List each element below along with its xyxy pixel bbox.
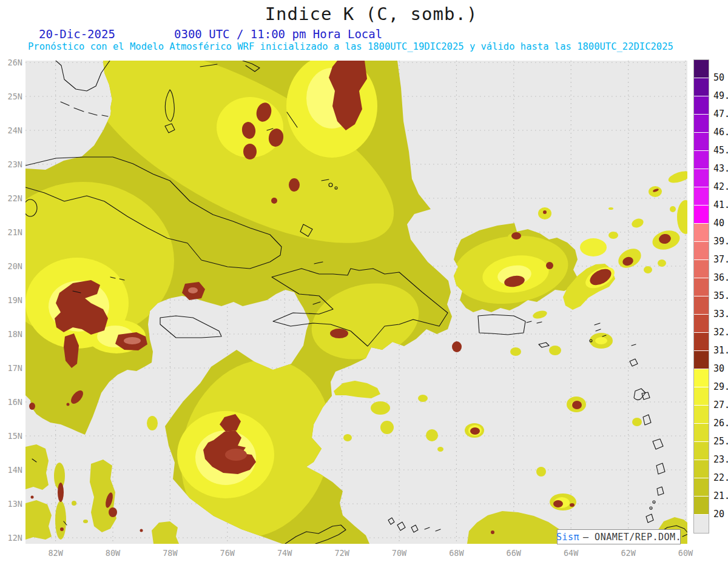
lat-tick-label: 16N [0, 397, 22, 407]
attribution-box: Sisπ – ONAMET/REP.DOM. [557, 529, 681, 544]
colorbar-segment [694, 96, 709, 115]
colorbar-tick-label: 45.2 [713, 145, 728, 156]
colorbar-segment [694, 351, 709, 369]
lat-tick-label: 15N [0, 431, 22, 441]
chart-title: Indice K (C, somb.) [265, 4, 478, 24]
lon-tick-label: 64W [564, 548, 578, 558]
colorbar-segment [694, 442, 709, 460]
weather-map-page: { "header": { "title": "Indice K (C, som… [0, 0, 728, 562]
colorbar-tick-label: 23.9 [713, 454, 728, 465]
colorbar-segment [694, 187, 709, 206]
lat-tick-label: 20N [0, 261, 22, 271]
colorbar-segment [694, 296, 709, 315]
colorbar-segment [694, 78, 709, 96]
colorbar-segment [694, 260, 709, 278]
lat-tick-label: 22N [0, 193, 22, 203]
forecast-date: 20-Dic-2025 [39, 27, 115, 41]
colorbar-segment [694, 333, 709, 351]
colorbar-tick-label: 30 [713, 363, 724, 374]
attribution-org: – ONAMET/REP.DOM. [583, 532, 681, 543]
lat-tick-label: 13N [0, 499, 22, 509]
coast-virgin-islands [527, 321, 549, 347]
colorbar-segment [694, 133, 709, 151]
colorbar-segment [694, 169, 709, 187]
lat-tick-label: 18N [0, 329, 22, 339]
colorbar-segment [694, 460, 709, 478]
colorbar-tick-label: 33.9 [713, 309, 728, 319]
colorbar-tick-label: 25.2 [713, 436, 728, 447]
colorbar-tick-label: 26.5 [713, 418, 728, 429]
lat-tick-label: 21N [0, 227, 22, 237]
lon-tick-label: 62W [621, 548, 635, 558]
forecast-time: 0300 UTC / 11:00 pm Hora Local [174, 27, 382, 41]
colorbar-tick-label: 37.8 [713, 254, 728, 265]
coast-puerto-rico [478, 315, 525, 335]
lon-tick-label: 70W [392, 548, 406, 558]
colorbar-segment [694, 478, 709, 497]
map-area [25, 61, 687, 544]
colorbar-segment [694, 224, 709, 242]
lon-tick-label: 74W [277, 548, 292, 558]
colorbar-tick-label: 29.1 [713, 381, 728, 392]
coast-florida [56, 61, 110, 91]
coast-abc-islands [388, 518, 440, 532]
attribution-brand: Sisπ [556, 532, 579, 543]
colorbar-tick-label: 27.8 [713, 400, 728, 410]
lon-tick-label: 66W [507, 548, 521, 558]
colorbar-segment [694, 369, 709, 387]
lon-tick-label: 72W [334, 548, 349, 558]
colorbar-tick-label: 40 [713, 218, 724, 229]
colorbar-tick-label: 43.9 [713, 163, 728, 174]
lat-tick-label: 25N [0, 92, 22, 101]
colorbar-segment [694, 315, 709, 333]
colorbar-tick-label: 21.3 [713, 490, 728, 501]
contour-strips-southwest [25, 444, 179, 544]
colorbar-tick-label: 49.1 [713, 90, 728, 101]
coast-florida-keys [61, 102, 108, 116]
coast-jamaica [160, 316, 221, 338]
colorbar-segment [694, 151, 709, 169]
colorbar-segment [694, 424, 709, 442]
lon-tick-label: 78W [163, 548, 177, 558]
lat-tick-label: 26N [0, 58, 22, 67]
contour-map-svg [25, 61, 687, 544]
colorbar-tick-label: 47.8 [713, 109, 728, 119]
lon-tick-label: 76W [220, 548, 235, 558]
colorbar-segment [694, 497, 709, 515]
colorbar-segment [694, 278, 709, 296]
model-info-line: Pronóstico con el Modelo Atmosférico WRF… [28, 41, 673, 52]
lat-tick-label: 24N [0, 125, 22, 135]
colorbar-segment [694, 206, 709, 224]
lon-tick-label: 82W [48, 548, 62, 558]
colorbar-tick-label: 46.5 [713, 127, 728, 138]
colorbar-tick-label: 20 [713, 509, 724, 520]
colorbar-segment [694, 387, 709, 406]
contour-fill-layer [25, 61, 687, 544]
colorbar-tick-label: 39.1 [713, 236, 728, 247]
lon-tick-label: 68W [449, 548, 463, 558]
lat-tick-label: 12N [0, 533, 22, 543]
colorbar-segment [694, 515, 709, 533]
colorbar-tick-label: 36.5 [713, 272, 728, 283]
colorbar-tick-label: 35.2 [713, 290, 728, 301]
colorbar-tick-label: 42.6 [713, 181, 728, 192]
colorbar-tick-label: 31.3 [713, 345, 728, 356]
lat-tick-label: 19N [0, 295, 22, 305]
colorbar-segment [694, 115, 709, 133]
colorbar-tick-label: 50 [713, 72, 724, 83]
colorbar-segment [694, 406, 709, 424]
lat-tick-label: 17N [0, 363, 22, 373]
colorbar [693, 59, 709, 534]
colorbar-tick-label: 41.3 [713, 199, 728, 210]
colorbar-segment [694, 242, 709, 260]
lon-tick-label: 80W [106, 548, 120, 558]
colorbar-tick-label: 22.6 [713, 472, 728, 483]
colorbar-tick-label: 32.6 [713, 327, 728, 338]
lon-tick-label: 60W [678, 548, 693, 558]
lat-tick-label: 14N [0, 465, 22, 475]
colorbar-segment [694, 60, 709, 78]
lat-tick-label: 23N [0, 159, 22, 169]
coast-lesser-antilles [595, 323, 687, 537]
